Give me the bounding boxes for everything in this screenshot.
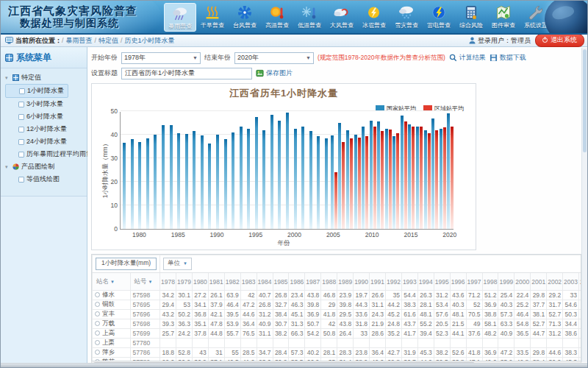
window-vertical-scrollbar[interactable]: [581, 48, 587, 362]
bar-group-2014[interactable]: [400, 112, 408, 229]
bar-group-2001[interactable]: [299, 112, 307, 229]
bar-group-2012[interactable]: [384, 112, 392, 229]
bar-group-1985[interactable]: [175, 112, 183, 229]
logout-button[interactable]: 退出系统: [535, 34, 584, 47]
bar-group-1983[interactable]: [159, 112, 168, 229]
bar-group-2000[interactable]: [291, 112, 299, 229]
toolbar-item-lightning-circle[interactable]: 雷电普查: [423, 3, 455, 32]
bar-group-2018[interactable]: [431, 112, 439, 229]
breadcrumb-item[interactable]: 特定值: [98, 36, 118, 46]
bar-group-1982[interactable]: [151, 112, 159, 229]
toolbar-item-wind-cloud[interactable]: 大风普查: [326, 3, 358, 32]
station-name[interactable]: 万载: [93, 319, 131, 329]
bar-group-2008[interactable]: [354, 112, 362, 229]
expand-icon[interactable]: ▾: [5, 75, 10, 81]
toolbar-item-typhoon-gear[interactable]: 台风普查: [229, 3, 261, 32]
radio-icon[interactable]: [95, 340, 100, 345]
toolbar-item-sun-thermometer[interactable]: 高温普查: [261, 3, 293, 32]
start-year-select[interactable]: 1978年▼: [121, 52, 201, 64]
unit-dropdown[interactable]: 单位 ▼: [163, 258, 192, 270]
bar-group-1987[interactable]: [190, 112, 198, 229]
table-row[interactable]: 上栗57780: [93, 339, 582, 348]
station-name[interactable]: 萍乡: [93, 348, 131, 358]
bar-group-1997[interactable]: [268, 112, 276, 229]
bar-group-2006[interactable]: [338, 112, 346, 229]
bar-group-2007[interactable]: [345, 112, 354, 229]
radio-icon[interactable]: [95, 321, 100, 326]
radio-icon[interactable]: [95, 292, 100, 297]
bar-group-2020[interactable]: [446, 112, 454, 229]
toolbar-item-heat-waves[interactable]: 干旱普查: [196, 3, 229, 32]
table-horizontal-scrollbar[interactable]: [91, 361, 581, 363]
sidebar-item-0-0[interactable]: 1小时降水量: [5, 84, 68, 98]
sidebar-item-0-3[interactable]: 12小时降水量: [5, 123, 85, 135]
bar-group-1996[interactable]: [260, 112, 268, 229]
station-name[interactable]: 铜鼓: [93, 300, 131, 310]
breadcrumb-item[interactable]: 历史1小时降水量: [125, 36, 175, 46]
sidebar-item-0-1[interactable]: 3小时降水量: [5, 98, 85, 110]
radio-icon[interactable]: [95, 311, 100, 316]
breadcrumb-item[interactable]: 暴雨普查: [66, 36, 93, 46]
bar-group-2005[interactable]: [330, 112, 338, 229]
bar-group-2015[interactable]: [408, 112, 416, 229]
sidebar-item-0-2[interactable]: 6小时降水量: [5, 110, 85, 123]
station-name[interactable]: 宜丰: [93, 310, 131, 319]
calc-result-button[interactable]: 计算结果: [449, 53, 486, 63]
station-name[interactable]: 修水: [93, 291, 131, 300]
bar-group-2002[interactable]: [306, 112, 315, 229]
table-row[interactable]: 铜鼓5769529.45334.137.946.447.226.832.746.…: [93, 300, 582, 310]
toolbar-item-snow-thermometer[interactable]: 低温普查: [293, 3, 326, 32]
bar-group-1998[interactable]: [276, 112, 284, 229]
bar-group-1988[interactable]: [198, 112, 207, 229]
sidebar-item-1-0[interactable]: 等值线绘图: [5, 173, 85, 185]
unit-button[interactable]: 1小时降水量(mm): [96, 258, 157, 270]
data-download-button[interactable]: 数据下载: [490, 53, 526, 63]
station-name[interactable]: 上栗: [93, 339, 131, 348]
table-row[interactable]: 萍乡5778618.852.843315528.534.728.457.340.…: [93, 348, 582, 358]
bar-group-1979[interactable]: [129, 112, 137, 229]
bar-group-1978[interactable]: [121, 112, 129, 229]
bar-group-2009[interactable]: [361, 112, 369, 229]
sidebar-item-0-5[interactable]: 历年暴雨过程平均雨量: [5, 148, 85, 160]
col-code[interactable]: 站号▼: [130, 273, 159, 291]
sidebar-group-0[interactable]: ▾特定值: [5, 71, 85, 84]
bar-group-1993[interactable]: [237, 112, 245, 229]
save-image-button[interactable]: 保存图片: [256, 68, 293, 78]
station-name[interactable]: 上高: [93, 329, 131, 339]
radio-icon[interactable]: [95, 350, 100, 355]
bar-group-1994[interactable]: [245, 112, 253, 229]
bar-group-1989[interactable]: [206, 112, 214, 229]
bar-group-2017[interactable]: [423, 112, 431, 229]
table-row[interactable]: 万载5769839.336.335.147.853.936.440.930.73…: [93, 319, 582, 329]
bar-group-1999[interactable]: [284, 112, 292, 229]
bar-group-2013[interactable]: [392, 112, 401, 229]
bar-group-2011[interactable]: [376, 112, 384, 229]
expand-icon[interactable]: ▾: [5, 164, 10, 170]
radio-icon[interactable]: [95, 302, 100, 307]
toolbar-item-map[interactable]: 图件审查: [487, 3, 520, 32]
bar-group-1995[interactable]: [252, 112, 260, 229]
bar-group-2004[interactable]: [323, 112, 331, 229]
toolbar-item-calculator[interactable]: 综合风险: [455, 3, 487, 32]
radio-icon[interactable]: [95, 330, 100, 336]
bar-group-1980[interactable]: [136, 112, 144, 229]
scrollbar-thumb[interactable]: [583, 49, 587, 152]
toolbar-item-rain-cloud[interactable]: 暴雨普查: [164, 3, 196, 32]
table-row[interactable]: 修水5759834.230.127.226.163.94240.726.823.…: [93, 291, 582, 300]
table-row[interactable]: 宜丰5769643.250.236.842.139.544.631.238.44…: [93, 310, 582, 319]
toolbar-item-snow-cloud[interactable]: 雪灾普查: [390, 3, 423, 32]
bar-group-1990[interactable]: [214, 112, 222, 229]
bar-group-2003[interactable]: [315, 112, 323, 229]
bar-group-1984[interactable]: [167, 112, 175, 229]
col-station[interactable]: 站名▼: [93, 273, 131, 291]
bar-group-1992[interactable]: [229, 112, 237, 229]
bar-group-2016[interactable]: [415, 112, 423, 229]
toolbar-item-hail-ball[interactable]: 冰雹普查: [358, 3, 390, 32]
table-row[interactable]: 上高5769925.724.237.844.855.776.531.138.26…: [93, 329, 582, 339]
chart-title-input[interactable]: 江西省历年1小时降水量: [121, 68, 252, 79]
bar-group-1986[interactable]: [182, 112, 190, 229]
scrollbar-thumb[interactable]: [93, 362, 475, 363]
sidebar-item-0-4[interactable]: 24小时降水量: [5, 135, 85, 148]
bar-group-1991[interactable]: [221, 112, 229, 229]
bar-group-2019[interactable]: [439, 112, 447, 229]
